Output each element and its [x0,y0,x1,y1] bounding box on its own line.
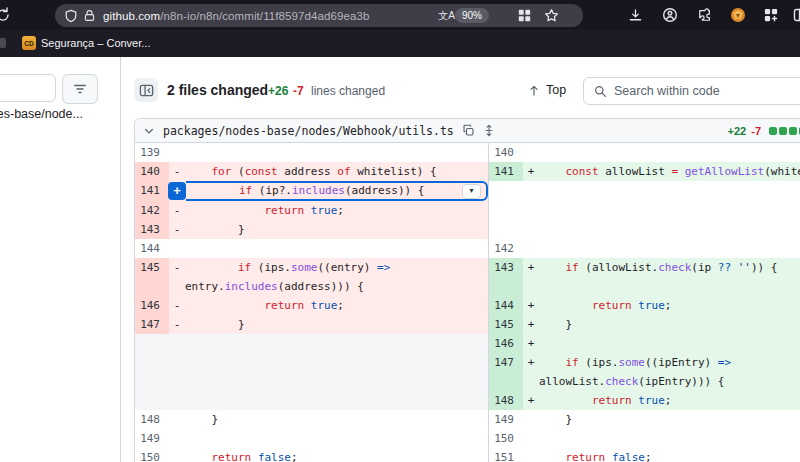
lock-icon[interactable] [83,9,96,22]
code-line: return false; [185,448,488,462]
diff-pane-right-cell [489,181,800,201]
file-additions-count: +22 [728,125,747,137]
diff-marker [523,277,539,296]
line-number[interactable]: 149 [135,429,169,448]
bookmark-favicon[interactable]: CD [22,36,36,50]
diff-filler [489,201,800,220]
diff-row: 149 [135,429,488,448]
line-number[interactable]: 145 [489,315,523,334]
diff-file-card: packages/nodes-base/nodes/Webhook/utils.… [134,118,800,462]
diff-pane-right-cell: 145+ } [489,315,800,334]
diff-row: 140 [489,143,800,162]
diff-row-selected: 141+ if (ip?.includes(address)) {▼ [135,181,488,201]
diff-marker [523,410,539,429]
line-number[interactable]: 143 [489,258,523,277]
line-number[interactable]: 147 [135,315,169,334]
line-number[interactable]: 150 [489,429,523,448]
account-icon[interactable] [659,5,681,25]
extension-icon[interactable] [694,5,716,25]
code-line: for (const address of whitelist) { [185,162,488,181]
line-number[interactable]: 147 [489,353,523,372]
diff-visual-row: 144142 [135,239,800,258]
filter-button[interactable] [62,74,98,104]
line-number[interactable]: 143 [135,220,169,239]
browser-toolbar: github.com/n8n-io/n8n/commit/11f8597d4ad… [0,0,800,30]
line-number[interactable]: 142 [135,201,169,220]
collapse-file-tree-button[interactable] [134,78,158,102]
line-number[interactable]: 139 [135,143,169,162]
line-number[interactable]: 141 [489,162,523,181]
code-line [539,334,800,353]
diff-row [489,277,800,296]
diff-pane-left-cell: 150 return false; [135,448,488,462]
add-comment-button[interactable]: + [168,182,186,200]
line-number[interactable]: 146 [489,334,523,353]
bookmark-star-icon[interactable] [544,8,559,23]
diff-marker: - [169,296,185,315]
line-number[interactable]: 150 [135,448,169,462]
line-number[interactable]: 142 [489,239,523,258]
shield-icon[interactable] [64,9,78,23]
diff-pane-right-cell: 150 [489,429,800,448]
containers-grid-icon[interactable] [518,9,531,22]
diff-marker: - [169,201,185,220]
diff-filler [135,372,488,391]
diff-marker: - [169,258,185,277]
bookmark-item[interactable]: Segurança – Conver... [41,37,150,49]
diff-pane-left-cell: 148 } [135,410,488,429]
diff-row: 145- if (ips.some((entry) => [135,258,488,277]
line-number[interactable]: 141 [135,181,169,201]
file-filter-input[interactable] [0,74,56,102]
code-line: } [539,315,800,334]
code-line [539,143,800,162]
partial-bookmark-icon[interactable] [0,38,6,48]
line-number[interactable]: 140 [489,143,523,162]
translate-icon[interactable]: 文A [438,9,455,23]
scroll-to-top-link[interactable]: Top [528,83,566,97]
addon-logo-icon[interactable] [727,5,749,25]
file-tree-sidebar: les-base/node... [0,57,121,462]
copy-icon[interactable] [462,124,475,137]
diff-pane-right-cell [489,201,800,220]
diff-visual-row: 150 return false;151 return false; [135,448,800,462]
line-number[interactable]: 144 [489,296,523,315]
code-line [539,239,800,258]
url-bar[interactable]: github.com/n8n-io/n8n/commit/11f8597d4ad… [55,4,583,27]
diff-row: 148+ return true; [489,391,800,410]
diff-pane-left-cell: 139 [135,143,488,162]
deletions-count: -7 [293,84,304,98]
url-text[interactable]: github.com/n8n-io/n8n/commit/11f8597d4ad… [103,10,370,22]
diff-marker [523,143,539,162]
drag-handle-icon[interactable] [483,124,495,137]
sidebar-toggle-icon[interactable] [790,5,800,25]
line-number[interactable]: 144 [135,239,169,258]
diff-visual-row: 148 }149 } [135,410,800,429]
diff-row: entry.includes(address))) { [135,277,488,296]
diff-row: 150 [489,429,800,448]
line-number[interactable]: 149 [489,410,523,429]
zoom-level-badge[interactable]: 90% [455,8,489,23]
chevron-down-icon[interactable] [143,125,155,137]
line-number[interactable]: 146 [135,296,169,315]
reload-icon[interactable] [0,5,14,25]
line-number[interactable]: 148 [135,410,169,429]
file-path[interactable]: packages/nodes-base/nodes/Webhook/utils.… [163,124,454,138]
search-within-code-input[interactable]: Search within code [583,77,800,105]
line-number[interactable]: 140 [135,162,169,181]
line-number[interactable]: 151 [489,448,523,462]
arrow-up-icon [528,84,540,97]
line-number[interactable]: 145 [135,258,169,277]
code-line [185,239,488,258]
code-line: } [185,410,488,429]
diff-marker [169,239,185,258]
diff-pane-right-cell: 146+ [489,334,800,353]
line-number[interactable]: 148 [489,391,523,410]
extensions-grid-icon[interactable] [760,5,782,25]
diff-visual-row: 143- } [135,220,800,239]
diff-pane-right-cell: 141+ const allowList = getAllowList(whit… [489,162,800,181]
file-tree-item[interactable]: les-base/node... [0,107,83,121]
diff-visual-row: 139140 [135,143,800,162]
diff-row: 150 return false; [135,448,488,462]
line-menu-caret[interactable]: ▼ [462,184,481,199]
downloads-icon[interactable] [624,5,646,25]
